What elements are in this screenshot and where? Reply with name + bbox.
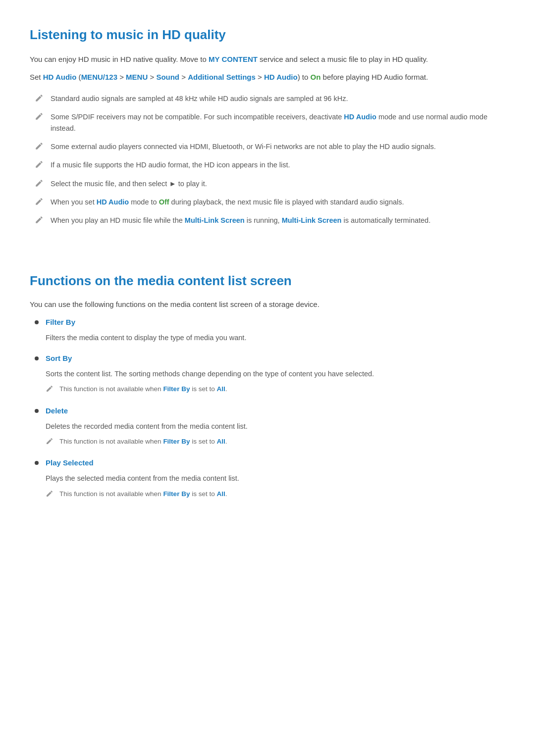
pencil-icon-3: [35, 142, 46, 152]
bullet-dot-delete: [35, 409, 39, 413]
pencil-icon-5: [35, 179, 46, 190]
multi-link-screen-1: Multi-Link Screen: [185, 216, 245, 224]
sort-by-subnote-text: This function is not available when Filt…: [59, 384, 227, 395]
pencil-icon-2: [35, 112, 46, 123]
play-selected-label: Play Selected: [46, 457, 94, 469]
additional-settings-link: Additional Settings: [188, 73, 256, 81]
note-text-7: When you play an HD music file while the…: [51, 215, 430, 226]
pencil-icon-6: [35, 197, 46, 208]
hd-audio-link2: HD Audio: [264, 73, 298, 81]
note-text-4: If a music file supports the HD audio fo…: [51, 159, 290, 171]
note-item-2: Some S/PDIF receivers may not be compati…: [30, 111, 505, 134]
bullet-dot-filter-by: [35, 320, 39, 324]
play-selected-header: Play Selected: [35, 457, 505, 469]
note-text-1: Standard audio signals are sampled at 48…: [51, 93, 348, 104]
pencil-icon-7: [35, 215, 46, 226]
play-selected-desc: Plays the selected media content from th…: [46, 473, 505, 484]
delete-subnote: This function is not available when Filt…: [46, 436, 505, 449]
section2-intro: You can use the following functions on t…: [30, 299, 505, 310]
list-item-filter-by: Filter By Filters the media content to d…: [35, 316, 505, 344]
pencil-icon-1: [35, 94, 46, 104]
sort-by-header: Sort By: [35, 353, 505, 364]
multi-link-screen-2: Multi-Link Screen: [282, 216, 342, 224]
play-selected-subnote: This function is not available when Filt…: [46, 489, 505, 501]
functions-list: Filter By Filters the media content to d…: [35, 316, 505, 501]
delete-desc: Deletes the recorded media content from …: [46, 421, 505, 432]
delete-header: Delete: [35, 405, 505, 417]
section2-title: Functions on the media content list scre…: [30, 271, 505, 292]
note-item-1: Standard audio signals are sampled at 48…: [30, 93, 505, 104]
all-value-2: All: [216, 438, 225, 445]
on-value: On: [311, 73, 321, 81]
delete-subnote-text: This function is not available when Filt…: [59, 436, 227, 447]
sort-by-desc: Sorts the content list. The sorting meth…: [46, 368, 505, 380]
list-item-delete: Delete Deletes the recorded media conten…: [35, 405, 505, 449]
filter-by-inline-1: Filter By: [163, 385, 190, 393]
sort-by-subnote: This function is not available when Filt…: [46, 384, 505, 396]
sort-by-label: Sort By: [46, 353, 72, 364]
note-text-6: When you set HD Audio mode to Off during…: [51, 197, 404, 208]
bullet-dot-play-selected: [35, 461, 39, 465]
note-item-4: If a music file supports the HD audio fo…: [30, 159, 505, 171]
play-selected-subnote-text: This function is not available when Filt…: [59, 489, 227, 500]
section1-notes: Standard audio signals are sampled at 48…: [30, 93, 505, 227]
note-text-2: Some S/PDIF receivers may not be compati…: [51, 111, 505, 134]
note-text-5: Select the music file, and then select ►…: [51, 178, 207, 190]
filter-by-label: Filter By: [46, 316, 75, 328]
menu123-link: MENU/123: [81, 73, 117, 81]
filter-by-header: Filter By: [35, 316, 505, 328]
list-item-play-selected: Play Selected Plays the selected media c…: [35, 457, 505, 501]
note-text-3: Some external audio players connected vi…: [51, 141, 436, 152]
hd-audio-link1: HD Audio: [43, 73, 77, 81]
all-value-3: All: [216, 490, 225, 498]
my-content-link[interactable]: MY CONTENT: [209, 55, 258, 63]
note-item-5: Select the music file, and then select ►…: [30, 178, 505, 190]
menu-link: MENU: [126, 73, 148, 81]
note-item-7: When you play an HD music file while the…: [30, 215, 505, 226]
filter-by-inline-3: Filter By: [163, 490, 190, 498]
filter-by-inline-2: Filter By: [163, 438, 190, 445]
bullet-dot-sort-by: [35, 356, 39, 360]
section1-intro: You can enjoy HD music in HD native qual…: [30, 53, 505, 65]
pencil-icon-sort-by: [46, 385, 55, 396]
filter-by-desc: Filters the media content to display the…: [46, 332, 505, 344]
pencil-icon-4: [35, 160, 46, 171]
hd-audio-inline-1: HD Audio: [344, 113, 376, 121]
intro-text-after: service and select a music file to play …: [258, 55, 428, 63]
delete-label: Delete: [46, 405, 68, 417]
pencil-icon-play-selected: [46, 490, 55, 501]
list-item-sort-by: Sort By Sorts the content list. The sort…: [35, 353, 505, 396]
pencil-icon-delete: [46, 437, 55, 449]
all-value-1: All: [216, 385, 225, 393]
note-item-3: Some external audio players connected vi…: [30, 141, 505, 152]
hd-audio-inline-2: HD Audio: [97, 198, 129, 206]
intro-text-before: You can enjoy HD music in HD native qual…: [30, 55, 209, 63]
section-divider: [30, 236, 505, 251]
off-value: Off: [159, 198, 169, 206]
note-item-6: When you set HD Audio mode to Off during…: [30, 197, 505, 208]
section1-title: Listening to music in HD quality: [30, 25, 505, 46]
set-hd-audio-line: Set HD Audio (MENU/123 > MENU > Sound > …: [30, 71, 505, 83]
sound-link: Sound: [156, 73, 179, 81]
